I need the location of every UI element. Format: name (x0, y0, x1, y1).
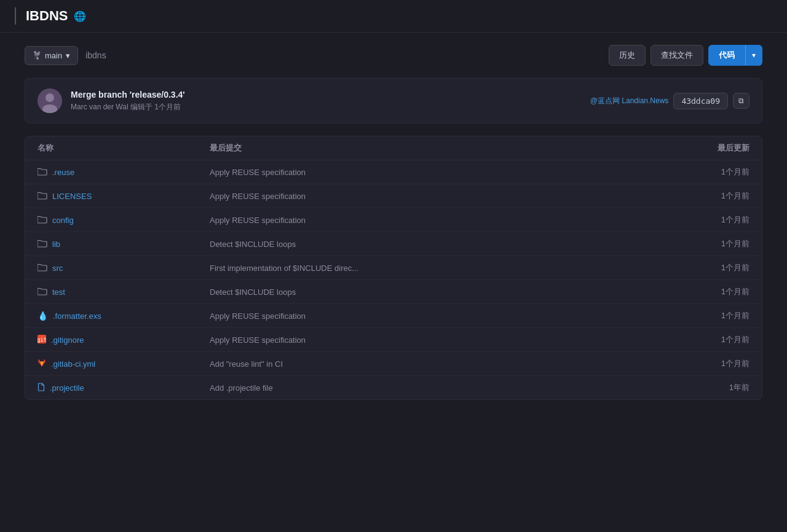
elixir-icon: 💧 (38, 311, 48, 321)
file-name-text: test (52, 288, 65, 297)
table-row[interactable]: git .gitignore Apply REUSE specification… (25, 328, 762, 352)
table-row[interactable]: 💧 .formatter.exs Apply REUSE specificati… (25, 304, 762, 328)
file-name: .reuse (38, 167, 210, 178)
file-table: 名称 最后提交 最后更新 .reuse Apply REUSE specific… (25, 136, 762, 400)
file-time: 1个月前 (676, 262, 749, 273)
file-commit-message: Apply REUSE specification (210, 168, 676, 177)
globe-icon: 🌐 (74, 10, 86, 22)
commit-author-link[interactable]: @蓝点网 Landian.News (590, 96, 669, 106)
file-rows-container: .reuse Apply REUSE specification 1个月前 LI… (25, 160, 762, 399)
file-name: git .gitignore (38, 335, 210, 345)
file-name: src (38, 263, 210, 273)
file-name-text: src (52, 264, 63, 273)
file-name-text: .gitlab-ci.yml (51, 359, 95, 369)
file-time: 1个月前 (676, 214, 749, 225)
file-commit-message: Apply REUSE specification (210, 216, 676, 225)
gitlab-icon (38, 359, 46, 369)
commit-meta: Marc van der Wal 编辑于 1个月前 (71, 102, 185, 112)
folder-icon (38, 239, 47, 249)
file-name-text: .formatter.exs (53, 311, 101, 321)
file-name: config (38, 215, 210, 225)
table-row[interactable]: src First implementation of $INCLUDE dir… (25, 256, 762, 280)
table-row[interactable]: .reuse Apply REUSE specification 1个月前 (25, 160, 762, 184)
file-commit-message: First implementation of $INCLUDE direc..… (210, 264, 676, 273)
table-row[interactable]: test Detect $INCLUDE loops 1个月前 (25, 280, 762, 304)
file-commit-message: Add "reuse lint" in CI (210, 359, 676, 369)
file-time: 1个月前 (676, 286, 749, 297)
file-name-text: .gitignore (51, 335, 84, 345)
branch-icon (33, 51, 41, 60)
file-icon (38, 383, 45, 393)
file-commit-message: Detect $INCLUDE loops (210, 288, 676, 297)
file-time: 1个月前 (676, 166, 749, 178)
top-bar: IBDNS 🌐 (0, 0, 787, 33)
file-name: 💧 .formatter.exs (38, 311, 210, 321)
file-name: .gitlab-ci.yml (38, 359, 210, 369)
svg-point-1 (45, 93, 54, 102)
col-name: 名称 (38, 143, 210, 154)
folder-icon (38, 263, 47, 273)
file-name: test (38, 287, 210, 297)
history-button[interactable]: 历史 (609, 45, 646, 66)
table-row[interactable]: .gitlab-ci.yml Add "reuse lint" in CI 1个… (25, 352, 762, 376)
file-time: 1个月前 (676, 358, 749, 369)
avatar (38, 88, 62, 113)
file-name-text: LICENSES (52, 192, 92, 201)
toolbar-left: main ▾ ibdns (25, 46, 106, 65)
branch-chevron: ▾ (66, 51, 70, 60)
col-commit: 最后提交 (210, 143, 676, 154)
code-dropdown-button[interactable]: ▾ (745, 45, 762, 66)
folder-icon (38, 215, 47, 225)
file-name: .projectile (38, 383, 210, 393)
file-time: 1个月前 (676, 190, 749, 201)
file-commit-message: Apply REUSE specification (210, 335, 676, 345)
copy-hash-button[interactable]: ⧉ (733, 93, 749, 109)
file-name: lib (38, 239, 210, 249)
breadcrumb: ibdns (85, 50, 106, 60)
commit-message: Merge branch 'release/0.3.4' (71, 90, 185, 100)
commit-left: Merge branch 'release/0.3.4' Marc van de… (38, 88, 185, 113)
file-name-text: .reuse (52, 168, 74, 177)
folder-icon (38, 191, 47, 201)
file-name-text: .projectile (50, 383, 84, 393)
toolbar: main ▾ ibdns 历史 查找文件 代码 ▾ (25, 45, 762, 66)
branch-button[interactable]: main ▾ (25, 46, 78, 65)
table-row[interactable]: .projectile Add .projectile file 1年前 (25, 376, 762, 399)
find-file-button[interactable]: 查找文件 (651, 45, 703, 66)
repo-title: IBDNS (26, 8, 68, 24)
top-bar-divider (15, 7, 16, 25)
table-row[interactable]: lib Detect $INCLUDE loops 1个月前 (25, 232, 762, 256)
file-commit-message: Detect $INCLUDE loops (210, 240, 676, 249)
code-button-group: 代码 ▾ (708, 45, 762, 66)
commit-hash: 43ddca09 (673, 93, 728, 109)
commit-right: @蓝点网 Landian.News 43ddca09 ⧉ (590, 93, 749, 109)
git-icon: git (38, 335, 46, 345)
file-table-header: 名称 最后提交 最后更新 (25, 136, 762, 160)
col-time: 最后更新 (676, 143, 749, 154)
file-time: 1个月前 (676, 334, 749, 345)
folder-icon (38, 287, 47, 297)
file-name-text: lib (52, 240, 60, 249)
commit-hash-value: 43ddca09 (681, 96, 720, 106)
file-name-text: config (52, 216, 74, 225)
commit-info: Merge branch 'release/0.3.4' Marc van de… (71, 90, 185, 112)
code-button[interactable]: 代码 (708, 45, 745, 66)
table-row[interactable]: config Apply REUSE specification 1个月前 (25, 208, 762, 232)
folder-icon (38, 167, 47, 178)
toolbar-right: 历史 查找文件 代码 ▾ (609, 45, 762, 66)
file-name: LICENSES (38, 191, 210, 201)
main-content: main ▾ ibdns 历史 查找文件 代码 ▾ M (0, 33, 787, 412)
file-time: 1年前 (676, 382, 749, 393)
file-commit-message: Apply REUSE specification (210, 311, 676, 321)
branch-label: main (45, 51, 62, 60)
table-row[interactable]: LICENSES Apply REUSE specification 1个月前 (25, 184, 762, 208)
commit-box: Merge branch 'release/0.3.4' Marc van de… (25, 78, 762, 123)
svg-text:git: git (38, 337, 46, 343)
file-commit-message: Apply REUSE specification (210, 192, 676, 201)
file-commit-message: Add .projectile file (210, 383, 676, 393)
file-time: 1个月前 (676, 238, 749, 249)
file-time: 1个月前 (676, 310, 749, 321)
